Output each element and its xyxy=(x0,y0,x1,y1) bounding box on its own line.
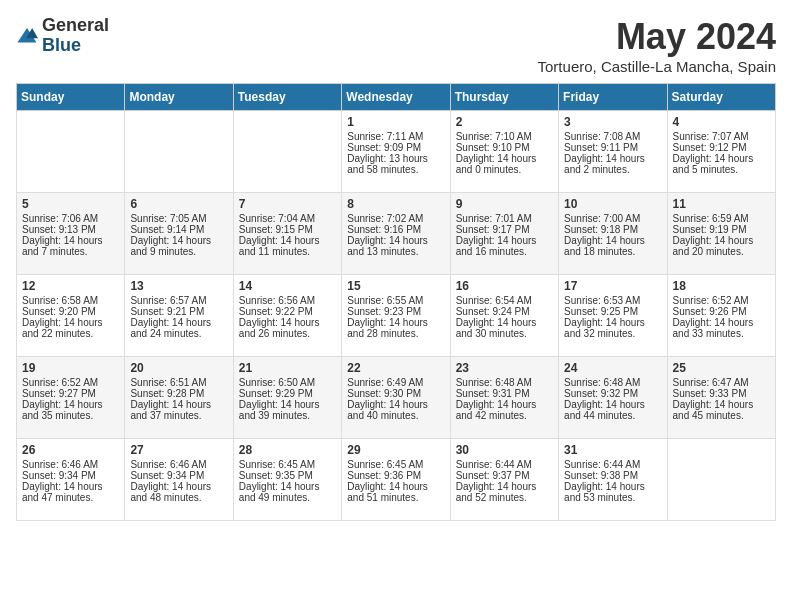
day-info: Sunset: 9:20 PM xyxy=(22,306,119,317)
calendar-cell: 27Sunrise: 6:46 AMSunset: 9:34 PMDayligh… xyxy=(125,439,233,521)
day-info: Sunrise: 6:53 AM xyxy=(564,295,661,306)
day-info: Sunrise: 6:52 AM xyxy=(22,377,119,388)
day-info: Sunset: 9:32 PM xyxy=(564,388,661,399)
day-number: 24 xyxy=(564,361,661,375)
day-info: Sunrise: 7:02 AM xyxy=(347,213,444,224)
day-number: 12 xyxy=(22,279,119,293)
calendar-cell: 26Sunrise: 6:46 AMSunset: 9:34 PMDayligh… xyxy=(17,439,125,521)
day-info: Daylight: 14 hours and 45 minutes. xyxy=(673,399,770,421)
day-info: Sunset: 9:26 PM xyxy=(673,306,770,317)
day-info: Daylight: 14 hours and 28 minutes. xyxy=(347,317,444,339)
calendar-cell: 30Sunrise: 6:44 AMSunset: 9:37 PMDayligh… xyxy=(450,439,558,521)
calendar-cell: 4Sunrise: 7:07 AMSunset: 9:12 PMDaylight… xyxy=(667,111,775,193)
calendar-cell: 25Sunrise: 6:47 AMSunset: 9:33 PMDayligh… xyxy=(667,357,775,439)
day-info: Sunset: 9:36 PM xyxy=(347,470,444,481)
day-info: Sunrise: 6:50 AM xyxy=(239,377,336,388)
calendar-cell: 23Sunrise: 6:48 AMSunset: 9:31 PMDayligh… xyxy=(450,357,558,439)
day-number: 11 xyxy=(673,197,770,211)
day-info: Sunrise: 6:52 AM xyxy=(673,295,770,306)
day-info: Sunrise: 7:10 AM xyxy=(456,131,553,142)
calendar-week-row: 26Sunrise: 6:46 AMSunset: 9:34 PMDayligh… xyxy=(17,439,776,521)
day-info: Sunrise: 6:56 AM xyxy=(239,295,336,306)
day-info: Daylight: 14 hours and 11 minutes. xyxy=(239,235,336,257)
day-info: Daylight: 14 hours and 26 minutes. xyxy=(239,317,336,339)
calendar-cell: 12Sunrise: 6:58 AMSunset: 9:20 PMDayligh… xyxy=(17,275,125,357)
day-info: Daylight: 14 hours and 32 minutes. xyxy=(564,317,661,339)
day-info: Daylight: 14 hours and 47 minutes. xyxy=(22,481,119,503)
weekday-header-tuesday: Tuesday xyxy=(233,84,341,111)
day-info: Sunset: 9:16 PM xyxy=(347,224,444,235)
calendar-cell xyxy=(667,439,775,521)
day-info: Sunrise: 6:48 AM xyxy=(564,377,661,388)
day-info: Daylight: 14 hours and 39 minutes. xyxy=(239,399,336,421)
day-info: Sunrise: 6:47 AM xyxy=(673,377,770,388)
day-info: Daylight: 14 hours and 42 minutes. xyxy=(456,399,553,421)
calendar-cell: 2Sunrise: 7:10 AMSunset: 9:10 PMDaylight… xyxy=(450,111,558,193)
weekday-header-sunday: Sunday xyxy=(17,84,125,111)
day-number: 14 xyxy=(239,279,336,293)
day-info: Sunrise: 7:06 AM xyxy=(22,213,119,224)
day-info: Sunrise: 7:08 AM xyxy=(564,131,661,142)
day-info: Daylight: 14 hours and 24 minutes. xyxy=(130,317,227,339)
day-info: Sunset: 9:34 PM xyxy=(130,470,227,481)
day-info: Sunrise: 6:48 AM xyxy=(456,377,553,388)
day-number: 22 xyxy=(347,361,444,375)
weekday-header-saturday: Saturday xyxy=(667,84,775,111)
calendar-cell: 3Sunrise: 7:08 AMSunset: 9:11 PMDaylight… xyxy=(559,111,667,193)
weekday-header-thursday: Thursday xyxy=(450,84,558,111)
calendar-cell xyxy=(233,111,341,193)
day-info: Sunrise: 6:46 AM xyxy=(130,459,227,470)
calendar-cell: 21Sunrise: 6:50 AMSunset: 9:29 PMDayligh… xyxy=(233,357,341,439)
location-title: Tortuero, Castille-La Mancha, Spain xyxy=(538,58,776,75)
day-number: 17 xyxy=(564,279,661,293)
day-info: Daylight: 14 hours and 52 minutes. xyxy=(456,481,553,503)
day-number: 18 xyxy=(673,279,770,293)
calendar-cell: 19Sunrise: 6:52 AMSunset: 9:27 PMDayligh… xyxy=(17,357,125,439)
calendar-cell: 28Sunrise: 6:45 AMSunset: 9:35 PMDayligh… xyxy=(233,439,341,521)
day-number: 1 xyxy=(347,115,444,129)
weekday-header-wednesday: Wednesday xyxy=(342,84,450,111)
day-number: 21 xyxy=(239,361,336,375)
day-info: Sunset: 9:30 PM xyxy=(347,388,444,399)
day-info: Sunset: 9:09 PM xyxy=(347,142,444,153)
day-number: 16 xyxy=(456,279,553,293)
calendar-cell: 31Sunrise: 6:44 AMSunset: 9:38 PMDayligh… xyxy=(559,439,667,521)
calendar-cell: 9Sunrise: 7:01 AMSunset: 9:17 PMDaylight… xyxy=(450,193,558,275)
day-number: 8 xyxy=(347,197,444,211)
day-info: Daylight: 14 hours and 48 minutes. xyxy=(130,481,227,503)
day-number: 28 xyxy=(239,443,336,457)
day-info: Sunset: 9:10 PM xyxy=(456,142,553,153)
day-number: 20 xyxy=(130,361,227,375)
day-info: Sunrise: 6:49 AM xyxy=(347,377,444,388)
calendar-cell: 8Sunrise: 7:02 AMSunset: 9:16 PMDaylight… xyxy=(342,193,450,275)
calendar-cell: 29Sunrise: 6:45 AMSunset: 9:36 PMDayligh… xyxy=(342,439,450,521)
day-info: Sunrise: 6:44 AM xyxy=(456,459,553,470)
day-number: 29 xyxy=(347,443,444,457)
calendar-week-row: 12Sunrise: 6:58 AMSunset: 9:20 PMDayligh… xyxy=(17,275,776,357)
logo-text: General Blue xyxy=(42,16,109,56)
calendar-cell: 22Sunrise: 6:49 AMSunset: 9:30 PMDayligh… xyxy=(342,357,450,439)
day-info: Daylight: 14 hours and 33 minutes. xyxy=(673,317,770,339)
day-info: Daylight: 14 hours and 44 minutes. xyxy=(564,399,661,421)
title-block: May 2024 Tortuero, Castille-La Mancha, S… xyxy=(538,16,776,75)
day-info: Sunrise: 7:01 AM xyxy=(456,213,553,224)
month-title: May 2024 xyxy=(538,16,776,58)
day-info: Sunset: 9:17 PM xyxy=(456,224,553,235)
day-number: 5 xyxy=(22,197,119,211)
day-info: Sunset: 9:23 PM xyxy=(347,306,444,317)
day-number: 2 xyxy=(456,115,553,129)
logo-icon xyxy=(16,25,38,47)
day-info: Sunset: 9:33 PM xyxy=(673,388,770,399)
day-number: 4 xyxy=(673,115,770,129)
day-info: Sunrise: 6:58 AM xyxy=(22,295,119,306)
day-info: Sunset: 9:35 PM xyxy=(239,470,336,481)
day-info: Daylight: 14 hours and 30 minutes. xyxy=(456,317,553,339)
logo-blue-text: Blue xyxy=(42,36,109,56)
day-info: Sunrise: 7:05 AM xyxy=(130,213,227,224)
calendar-week-row: 1Sunrise: 7:11 AMSunset: 9:09 PMDaylight… xyxy=(17,111,776,193)
calendar-table: SundayMondayTuesdayWednesdayThursdayFrid… xyxy=(16,83,776,521)
day-info: Sunrise: 6:51 AM xyxy=(130,377,227,388)
day-info: Daylight: 14 hours and 49 minutes. xyxy=(239,481,336,503)
page-header: General Blue May 2024 Tortuero, Castille… xyxy=(16,16,776,75)
day-info: Sunset: 9:28 PM xyxy=(130,388,227,399)
